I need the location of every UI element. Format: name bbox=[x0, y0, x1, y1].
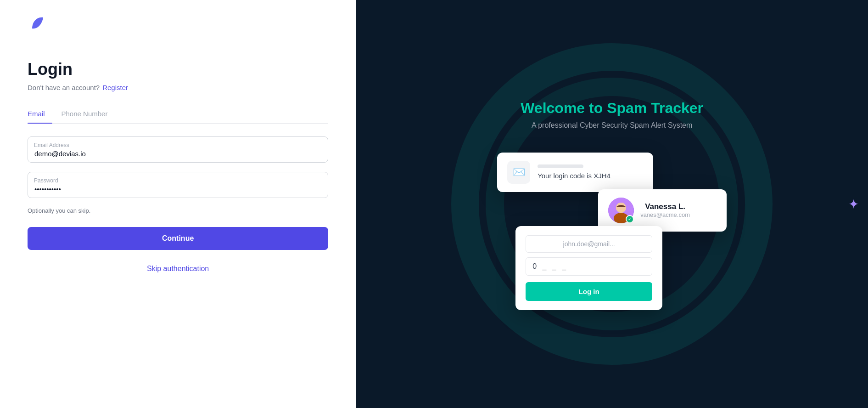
right-content: Welcome to Spam Tracker A professional C… bbox=[497, 100, 727, 309]
tab-email[interactable]: Email bbox=[28, 106, 52, 123]
email-notification-card: ✉️ Your login code is XJH4 bbox=[497, 153, 653, 192]
mini-login-button[interactable]: Log in bbox=[526, 282, 652, 301]
avatar-container: ✓ bbox=[608, 198, 634, 223]
left-panel: Login Don't have an account? Register Em… bbox=[0, 0, 356, 408]
mini-email-input: john.doe@gmail... bbox=[526, 235, 652, 253]
profile-info: Vanessa L. vanes@acme.com bbox=[640, 202, 690, 218]
welcome-title: Welcome to Spam Tracker bbox=[497, 100, 727, 117]
email-input[interactable] bbox=[28, 136, 328, 163]
password-field-group: Password bbox=[28, 172, 328, 198]
email-notification-content: Your login code is XJH4 bbox=[538, 164, 610, 180]
welcome-subtitle: A professional Cyber Security Spam Alert… bbox=[497, 121, 727, 130]
profile-email-text: vanes@acme.com bbox=[640, 211, 690, 218]
brand-name: Spam Tracker bbox=[607, 100, 703, 116]
mini-otp-input: 0 _ _ _ bbox=[526, 257, 652, 276]
right-panel: Welcome to Spam Tracker A professional C… bbox=[356, 0, 868, 408]
email-notification-bar bbox=[538, 164, 583, 168]
auth-tabs: Email Phone Number bbox=[28, 106, 328, 124]
email-icon: ✉️ bbox=[507, 161, 530, 184]
login-form-card: john.doe@gmail... 0 _ _ _ Log in bbox=[515, 226, 662, 310]
verified-badge: ✓ bbox=[626, 215, 634, 223]
profile-name: Vanessa L. bbox=[640, 202, 690, 211]
svg-point-3 bbox=[616, 203, 626, 213]
otp-display: 0 _ _ _ bbox=[532, 262, 568, 271]
continue-button[interactable]: Continue bbox=[28, 227, 328, 250]
skip-authentication-link[interactable]: Skip authentication bbox=[28, 265, 328, 273]
profile-card: ✓ Vanessa L. vanes@acme.com bbox=[598, 189, 727, 232]
tab-phone[interactable]: Phone Number bbox=[62, 106, 115, 123]
register-link[interactable]: Register bbox=[102, 84, 128, 91]
login-code-text: Your login code is XJH4 bbox=[538, 172, 610, 180]
page-title: Login bbox=[28, 60, 328, 79]
no-account-label: Don't have an account? bbox=[28, 84, 100, 91]
app-logo bbox=[28, 14, 46, 32]
welcome-text-plain: Welcome to bbox=[521, 100, 607, 116]
sparkle-icon: ✦ bbox=[848, 197, 859, 212]
email-field-group: Email Address bbox=[28, 136, 328, 163]
register-row: Don't have an account? Register bbox=[28, 84, 328, 91]
password-input[interactable] bbox=[28, 172, 328, 198]
optional-text: Optionally you can skip. bbox=[28, 207, 328, 214]
ui-cards: ✉️ Your login code is XJH4 bbox=[497, 153, 727, 300]
